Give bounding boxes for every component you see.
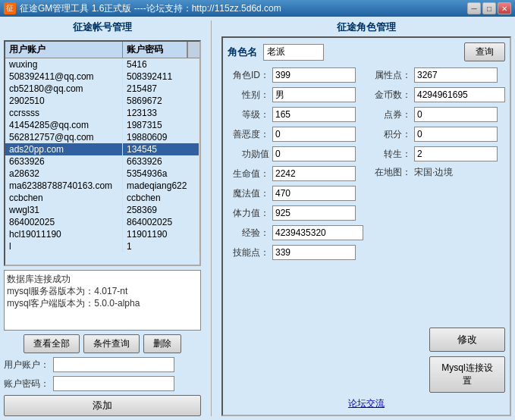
cell-user: a28632	[5, 168, 123, 180]
coins-input[interactable]	[414, 87, 505, 102]
username-row: 用户账户：	[4, 357, 201, 372]
header-user: 用户账户	[5, 42, 123, 58]
table-row[interactable]: 29025105869672	[5, 95, 199, 107]
maximize-button[interactable]: □	[482, 2, 496, 14]
hp-input[interactable]	[272, 166, 356, 181]
cell-user: 2902510	[5, 95, 123, 107]
roleid-row: 角色ID：	[228, 67, 363, 83]
table-row[interactable]: hcl1901119011901190	[5, 228, 199, 240]
close-button[interactable]: ✕	[498, 2, 511, 14]
view-all-button[interactable]: 查看全部	[24, 334, 80, 353]
app-icon: 征	[4, 2, 16, 14]
stamina-input[interactable]	[272, 205, 356, 221]
table-row[interactable]: cb52180@qq.com215487	[5, 83, 199, 95]
integral-input[interactable]	[414, 127, 498, 142]
minimize-button[interactable]: ─	[467, 2, 481, 14]
account-action-buttons: 查看全部 条件查询 删除	[4, 334, 201, 353]
table-row[interactable]: 562812757@qq.com19880609	[5, 131, 199, 143]
log-entry: mysql客户端版本为：5.0.0-alpha	[7, 297, 198, 309]
merit-input[interactable]	[272, 146, 356, 161]
table-row[interactable]: ccrssss123133	[5, 107, 199, 119]
app-title: 征途GM管理工具 1.6正式版 ----论坛支持：http://115zz.5d…	[20, 2, 281, 15]
attr-row: 属性点：	[369, 67, 505, 83]
table-row[interactable]: 864002025864002025	[5, 216, 199, 228]
table-row[interactable]: a286325354936a	[5, 168, 199, 180]
level-label: 等级：	[228, 108, 269, 121]
role-name-input[interactable]	[263, 44, 324, 61]
points-row: 点券：	[369, 107, 505, 122]
role-left-fields: 角色ID： 性别： 等级： 善恶度：	[228, 67, 363, 393]
cell-pass: 134545	[123, 143, 199, 155]
cell-user: wuxing	[5, 58, 123, 71]
cell-pass: 864002025	[123, 216, 199, 228]
morality-input[interactable]	[272, 127, 356, 142]
table-row[interactable]: wuxing5416	[5, 58, 199, 71]
merit-row: 功勋值	[228, 146, 363, 161]
cond-query-button[interactable]: 条件查询	[83, 334, 140, 353]
cell-user: 508392411@qq.com	[5, 71, 123, 83]
map-value: 宋国·边境	[414, 166, 453, 179]
cell-pass: 6633926	[123, 155, 199, 168]
log-entry: mysql服务器版本为：4.017-nt	[7, 285, 198, 297]
cell-pass: 215487	[123, 83, 199, 95]
mp-input[interactable]	[272, 186, 356, 201]
coins-label: 金币数：	[369, 89, 411, 102]
cell-user: 41454285@qq.com	[5, 119, 123, 131]
cell-pass: 5416	[123, 58, 199, 71]
role-name-label: 角色名	[228, 45, 257, 59]
table-row[interactable]: l1	[5, 240, 199, 252]
points-input[interactable]	[414, 107, 498, 122]
table-row[interactable]: 41454285@qq.com1987315	[5, 119, 199, 131]
right-panel: 征途角色管理 角色名 查询 角色ID： 性别：	[221, 20, 511, 416]
username-input[interactable]	[53, 357, 174, 372]
left-panel: 征途帐号管理 用户账户 账户密码 wuxing5416508392411@qq.…	[4, 20, 201, 416]
table-row[interactable]: 66339266633926	[5, 155, 199, 168]
account-table-body[interactable]: wuxing5416508392411@qq.com508392411cb521…	[5, 58, 199, 265]
cell-pass: 5869672	[123, 95, 199, 107]
level-input[interactable]	[272, 107, 356, 122]
modify-button[interactable]: 修改	[429, 328, 505, 352]
cell-pass: 11901190	[123, 228, 199, 240]
gender-label: 性别：	[228, 89, 269, 102]
hp-row: 生命值：	[228, 166, 363, 181]
table-row[interactable]: ccbchenccbchen	[5, 192, 199, 204]
main-content: 征途帐号管理 用户账户 账户密码 wuxing5416508392411@qq.…	[0, 17, 515, 420]
cell-pass: 19880609	[123, 131, 199, 143]
modify-row: 修改	[369, 328, 505, 352]
query-button[interactable]: 查询	[464, 42, 505, 61]
cell-pass: madeqiang622	[123, 180, 199, 192]
add-button[interactable]: 添加	[4, 395, 201, 416]
cell-user: cb52180@qq.com	[5, 83, 123, 95]
coins-row: 金币数：	[369, 87, 505, 102]
title-bar: 征 征途GM管理工具 1.6正式版 ----论坛支持：http://115zz.…	[0, 0, 515, 17]
cell-user: 864002025	[5, 216, 123, 228]
mysql-button[interactable]: Mysql连接设置	[429, 356, 505, 393]
stamina-label: 体力值：	[228, 207, 269, 220]
morality-row: 善恶度：	[228, 127, 363, 142]
skill-input[interactable]	[272, 245, 356, 260]
attr-input[interactable]	[414, 67, 498, 83]
cell-user: ccrssss	[5, 107, 123, 119]
password-input[interactable]	[53, 376, 174, 391]
cell-user: wwgl31	[5, 204, 123, 216]
delete-button[interactable]: 删除	[143, 334, 181, 353]
account-section-title: 征途帐号管理	[4, 20, 201, 34]
table-row[interactable]: ma62388788740163.commadeqiang622	[5, 180, 199, 192]
roleid-input[interactable]	[272, 67, 356, 83]
table-row[interactable]: ads20pp.com134545	[5, 143, 199, 155]
cell-pass: 1	[123, 240, 199, 252]
forum-link[interactable]: 论坛交流	[348, 398, 385, 409]
cell-user: ads20pp.com	[5, 143, 123, 155]
table-row[interactable]: wwgl31258369	[5, 204, 199, 216]
role-search-row: 角色名 查询	[228, 42, 505, 61]
level-row: 等级：	[228, 107, 363, 122]
gender-input[interactable]	[272, 87, 356, 102]
log-entry: 数据库连接成功	[7, 273, 198, 285]
cell-pass: 1987315	[123, 119, 199, 131]
exp-input[interactable]	[272, 225, 363, 240]
cell-pass: 508392411	[123, 71, 199, 83]
cell-user: 562812757@qq.com	[5, 131, 123, 143]
rebirth-input[interactable]	[414, 146, 498, 161]
forum-row: 论坛交流	[228, 397, 505, 410]
table-row[interactable]: 508392411@qq.com508392411	[5, 71, 199, 83]
